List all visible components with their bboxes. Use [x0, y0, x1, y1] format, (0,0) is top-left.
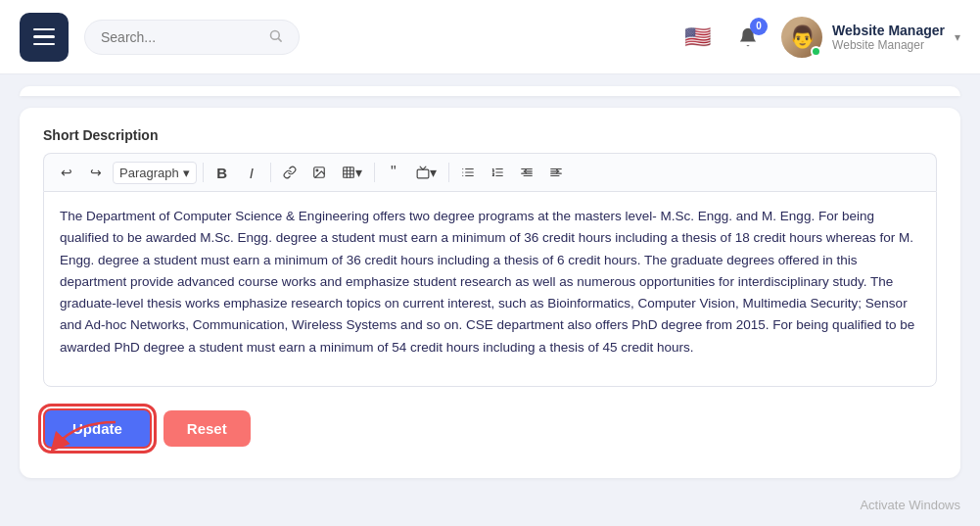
arrow-annotation: [47, 417, 125, 456]
content-card: Short Description ↩ ↪ Paragraph ▾ B I: [20, 108, 960, 478]
rte-toolbar: ↩ ↪ Paragraph ▾ B I: [43, 153, 937, 191]
undo-button[interactable]: ↩: [54, 160, 79, 185]
scroll-hint: [20, 86, 960, 96]
main-content: Short Description ↩ ↪ Paragraph ▾ B I: [0, 74, 980, 526]
search-icon: [268, 28, 283, 46]
user-info: Website Manager Website Manager: [832, 23, 945, 52]
italic-button[interactable]: I: [239, 160, 264, 185]
toolbar-separator-4: [448, 163, 449, 182]
hamburger-line-2: [33, 35, 55, 38]
svg-point-3: [316, 169, 318, 171]
online-status-dot: [811, 46, 821, 57]
section-label: Short Description: [43, 127, 937, 143]
chevron-down-icon: ▾: [955, 30, 960, 44]
user-role: Website Manager: [832, 38, 945, 52]
ordered-list-button[interactable]: [485, 160, 510, 185]
user-name: Website Manager: [832, 23, 945, 38]
search-input[interactable]: [101, 29, 260, 45]
svg-line-1: [278, 38, 281, 41]
paragraph-dropdown[interactable]: Paragraph ▾: [113, 162, 197, 184]
image-button[interactable]: [306, 160, 332, 185]
action-buttons: Update Reset: [43, 408, 937, 449]
language-flag[interactable]: 🇺🇸: [679, 20, 715, 55]
reset-button[interactable]: Reset: [163, 410, 251, 447]
paragraph-chevron-icon: ▾: [183, 166, 190, 180]
avatar-wrapper: 👨: [781, 17, 822, 58]
hamburger-button[interactable]: [20, 13, 69, 62]
toolbar-separator-2: [270, 163, 271, 182]
svg-rect-9: [417, 169, 429, 178]
indent-decrease-button[interactable]: [514, 160, 539, 185]
notification-badge: 0: [750, 18, 768, 35]
search-bar: [84, 20, 300, 55]
svg-rect-4: [343, 167, 353, 178]
paragraph-label: Paragraph: [119, 166, 179, 180]
quote-button[interactable]: ": [381, 160, 406, 185]
navbar: 🇺🇸 0 👨 Website Manager Website Manager ▾: [0, 0, 980, 74]
hamburger-line-1: [33, 28, 55, 31]
redo-button[interactable]: ↪: [83, 160, 109, 185]
hamburger-line-3: [33, 43, 55, 46]
media-button[interactable]: ▾: [410, 160, 443, 185]
rte-editor-body[interactable]: The Department of Computer Science & Eng…: [43, 191, 937, 387]
toolbar-separator-3: [374, 163, 375, 182]
activate-windows-text: Activate Windows: [860, 498, 960, 512]
bold-button[interactable]: B: [210, 160, 235, 185]
link-button[interactable]: [277, 160, 303, 185]
indent-increase-button[interactable]: [543, 160, 569, 185]
notification-bell[interactable]: 0: [730, 20, 766, 55]
table-button[interactable]: ▾: [336, 160, 368, 185]
user-profile[interactable]: 👨 Website Manager Website Manager ▾: [781, 17, 960, 58]
navbar-right: 🇺🇸 0 👨 Website Manager Website Manager ▾: [679, 17, 960, 58]
toolbar-separator-1: [203, 163, 204, 182]
unordered-list-button[interactable]: [455, 160, 481, 185]
